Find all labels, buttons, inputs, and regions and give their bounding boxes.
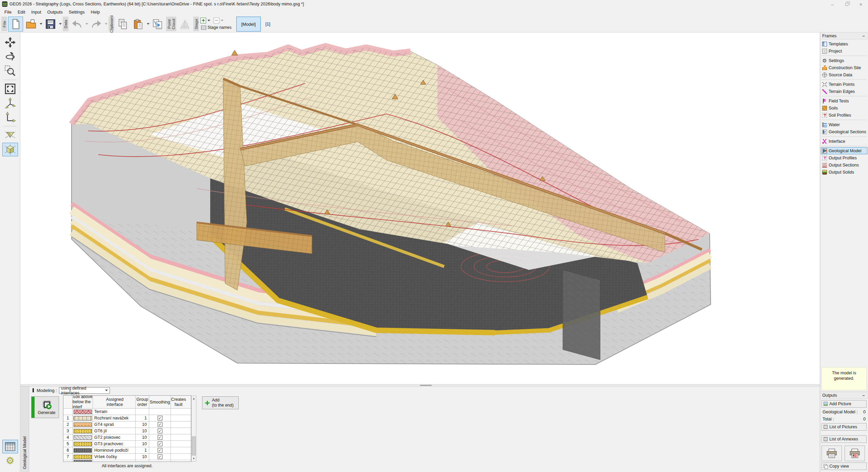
smoothing-checkbox[interactable]: ✓: [158, 429, 162, 433]
save-file-dropdown[interactable]: [58, 16, 62, 31]
picture-icon: [824, 402, 828, 406]
list-of-pictures-button[interactable]: List of Pictures: [822, 423, 867, 431]
frame-item-construction-site[interactable]: Construction Site: [821, 64, 867, 71]
frame-item-terrain-points[interactable]: Terrain Points: [821, 81, 867, 88]
frame-tab-geological-model[interactable]: Geological Model: [20, 386, 29, 472]
smoothing-checkbox[interactable]: ✓: [158, 435, 162, 440]
restore-button[interactable]: [840, 0, 854, 8]
rotate-icon: [4, 51, 16, 63]
menu-input[interactable]: Input: [28, 9, 44, 15]
paste-dropdown[interactable]: [146, 16, 150, 31]
panel-drag-handle[interactable]: [33, 388, 34, 392]
table-row-terrain[interactable]: Terrain: [63, 408, 191, 415]
list-of-annexes-button[interactable]: List of Annexes: [822, 435, 867, 443]
copy-button[interactable]: [115, 17, 130, 32]
interface-name: GT3 prachovec: [93, 441, 135, 447]
scroll-down-icon[interactable]: ▼: [192, 456, 196, 461]
fit-to-screen-button[interactable]: [2, 82, 18, 96]
chevron-down-icon[interactable]: [208, 20, 210, 21]
fit-to-screen-icon: [4, 83, 16, 95]
column-header-creates: Createsfault: [171, 396, 186, 408]
smoothing-checkbox[interactable]: ✓: [158, 441, 162, 446]
table-row[interactable]: 7 Vršek čočky 10 ✓: [63, 453, 191, 460]
rotate-tool-button[interactable]: [2, 50, 18, 63]
printer-annex-icon: [849, 448, 861, 458]
undo-button[interactable]: [70, 17, 84, 32]
save-file-button[interactable]: [43, 17, 58, 32]
table-row[interactable]: 3 GT6 jíl 10 ✓: [63, 428, 191, 434]
zoom-tool-button[interactable]: [2, 64, 18, 78]
table-row[interactable]: 6 Horninové podloží 1 ✓: [63, 447, 191, 453]
settings-gear-button[interactable]: ⚙: [2, 454, 18, 468]
frame-item-output-sections[interactable]: Output Sections: [821, 161, 867, 169]
point-cloud-button[interactable]: [177, 17, 192, 32]
table-view-button[interactable]: [2, 440, 18, 453]
close-button[interactable]: ×: [854, 0, 868, 8]
copy-view-button[interactable]: Copy view: [822, 463, 867, 470]
frame-item-geological-sections[interactable]: Geological Sections: [821, 128, 867, 135]
frame-item-output-solids[interactable]: Output Solids: [821, 169, 867, 176]
frame-item-templates[interactable]: Templates: [821, 40, 867, 47]
menu-help[interactable]: Help: [88, 9, 103, 15]
table-row[interactable]: 4 GT2 pískovec 10 ✓: [63, 434, 191, 440]
axonometric-axes-button[interactable]: [2, 96, 18, 110]
modeling-mode-select[interactable]: using defined interfaces: [59, 387, 110, 394]
table-row[interactable]: 2 GT4 spraš 10 ✓: [63, 421, 191, 428]
frame-item-settings[interactable]: ⚙Settings: [821, 57, 867, 64]
smoothing-checkbox[interactable]: ✓: [158, 416, 162, 420]
table-row[interactable]: 1 Rozhraní navážek 1 ✓: [63, 415, 191, 421]
frame-item-soil-profiles[interactable]: Soil Profiles: [821, 112, 867, 119]
menu-edit[interactable]: Edit: [15, 9, 28, 15]
right-side-panel: Frames – Templates Project ⚙Settings Con…: [820, 33, 868, 472]
new-file-button[interactable]: [8, 17, 23, 32]
open-file-button[interactable]: [24, 17, 39, 32]
frame-item-soils[interactable]: Soils: [821, 104, 867, 112]
frame-item-interface[interactable]: Interface: [821, 138, 867, 145]
redo-button[interactable]: [89, 17, 104, 32]
frame-item-terrain-edges[interactable]: Terrain Edges: [821, 88, 867, 95]
menu-file[interactable]: File: [1, 9, 15, 15]
table-row[interactable]: 5 GT3 prachovec 10 ✓: [63, 440, 191, 447]
add-interface-button[interactable]: Add (to the end): [202, 396, 239, 409]
plan-axes-button[interactable]: [2, 111, 18, 124]
remove-stage-button[interactable]: [214, 18, 219, 23]
add-stage-button[interactable]: [200, 18, 206, 23]
collapse-frames-button[interactable]: –: [861, 34, 866, 38]
table-scrollbar[interactable]: ▲ ▼: [191, 396, 196, 461]
menu-settings[interactable]: Settings: [66, 9, 88, 15]
frame-item-source-data[interactable]: Source Data: [821, 71, 867, 78]
axonometric-view-button[interactable]: [2, 143, 18, 156]
add-picture-button[interactable]: Add Picture: [822, 400, 867, 408]
open-file-dropdown[interactable]: [39, 16, 43, 31]
smoothing-checkbox[interactable]: ✓: [158, 448, 162, 453]
smoothing-checkbox[interactable]: ✓: [158, 454, 162, 459]
stage-number-label[interactable]: [1]: [262, 21, 274, 26]
interfaces-status-text: All interfaces are assigned.: [63, 464, 191, 468]
print-model-button[interactable]: [822, 446, 842, 461]
paste-button[interactable]: [131, 17, 146, 32]
perspective-view-button[interactable]: [2, 129, 18, 142]
model-stage-button[interactable]: [Model]: [236, 17, 261, 32]
menu-outputs[interactable]: Outputs: [44, 9, 66, 15]
pan-tool-button[interactable]: [2, 36, 18, 49]
undo-dropdown[interactable]: [85, 16, 88, 31]
3d-geological-model-viewport[interactable]: [20, 33, 820, 386]
collapse-outputs-button[interactable]: –: [861, 393, 866, 398]
geological-sections-icon: [822, 130, 827, 134]
redo-dropdown[interactable]: [104, 16, 108, 31]
minimize-button[interactable]: –: [825, 0, 840, 8]
frame-item-field-tests[interactable]: Field Tests: [821, 97, 867, 104]
paste-picture-button[interactable]: [150, 17, 165, 32]
smoothing-checkbox[interactable]: ✓: [158, 422, 162, 427]
frame-item-geological-model[interactable]: Geological Model: [821, 147, 867, 154]
point-cloud-icon: [179, 18, 191, 30]
soil-pattern-swatch: [74, 442, 92, 446]
frame-item-project[interactable]: Project: [821, 47, 867, 55]
frame-item-water[interactable]: Water: [821, 121, 867, 128]
print-annexes-button[interactable]: [845, 446, 865, 461]
frame-item-output-profiles[interactable]: Output Profiles: [821, 154, 867, 161]
scroll-up-icon[interactable]: ▲: [192, 396, 196, 401]
scrollbar-thumb[interactable]: [192, 436, 196, 455]
generate-button[interactable]: Generate: [31, 396, 59, 418]
stage-names-label[interactable]: Stage names: [208, 25, 232, 30]
